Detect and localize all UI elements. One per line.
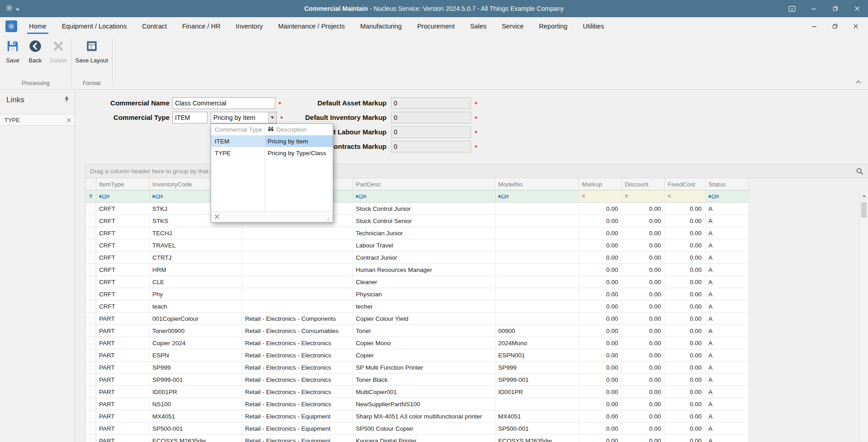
- table-row[interactable]: PARTMX4051Retail - Electronics - Equipme…: [85, 410, 749, 423]
- cell-itemtype[interactable]: CRFT: [96, 264, 150, 276]
- cell-itemtype[interactable]: CRFT: [96, 300, 150, 313]
- table-row[interactable]: PARTESPNRetail - Electronics - Electroni…: [85, 349, 749, 361]
- cell-markup[interactable]: 0.00: [579, 227, 622, 239]
- cell-fixedcost[interactable]: 0.00: [665, 423, 706, 435]
- cell-partdesc[interactable]: Toner Black: [353, 374, 495, 386]
- table-row[interactable]: PART001CopierColourRetail - Electronics …: [85, 313, 749, 325]
- cell-partdesc[interactable]: Copier Mono: [353, 337, 495, 349]
- tab-maintenance-projects[interactable]: Maintenance / Projects: [270, 17, 353, 35]
- dropdown-column-commercial-type[interactable]: Commercial Type: [211, 124, 264, 135]
- cell-partdesc[interactable]: SP500 Colour Copier: [353, 423, 495, 435]
- cell-inventorycode[interactable]: MX4051: [150, 410, 242, 423]
- collapse-ribbon-icon[interactable]: [854, 78, 863, 86]
- filter-cell-fixedcost[interactable]: =: [665, 190, 706, 203]
- table-row[interactable]: PARTToner00900Retail - Electronics - Con…: [85, 325, 749, 337]
- filter-cell-partdesc[interactable]: aBc: [353, 190, 495, 203]
- cell-inventorycode[interactable]: CTRTJ: [150, 252, 242, 264]
- cell-unnamed[interactable]: [242, 276, 353, 288]
- cell-fixedcost[interactable]: 0.00: [665, 374, 706, 386]
- tab-finance-hr[interactable]: Finance / HR: [175, 17, 228, 35]
- default-asset-markup-input[interactable]: [391, 97, 471, 109]
- minimize-button[interactable]: [803, 0, 825, 17]
- cell-itemtype[interactable]: PART: [96, 313, 150, 325]
- table-row[interactable]: CRFTCTRTJContract Junior0.000.000.00A: [85, 252, 749, 264]
- cell-modelno[interactable]: [495, 203, 579, 215]
- gear-icon[interactable]: [6, 5, 13, 13]
- cell-unnamed[interactable]: Retail - Electronics - Electronics: [242, 349, 353, 361]
- cell-partdesc[interactable]: Copier: [353, 349, 495, 361]
- cell-partdesc[interactable]: Kyocera Digital Printer: [353, 435, 495, 442]
- close-button[interactable]: [846, 0, 868, 17]
- cell-partdesc[interactable]: Physician: [353, 288, 495, 300]
- cell-discount[interactable]: 0.00: [622, 349, 665, 361]
- cell-status[interactable]: A: [706, 276, 749, 288]
- dropdown-column-description[interactable]: Description: [264, 124, 333, 135]
- cell-modelno[interactable]: 2024Mono: [495, 337, 579, 349]
- table-row[interactable]: PARTSP999-001Retail - Electronics - Elec…: [85, 374, 749, 386]
- cell-status[interactable]: A: [706, 423, 749, 435]
- cell-status[interactable]: A: [706, 410, 749, 423]
- cell-status[interactable]: A: [706, 435, 749, 442]
- cell-unnamed[interactable]: Retail - Electronics - Equipment: [242, 410, 353, 423]
- cell-fixedcost[interactable]: 0.00: [665, 410, 706, 423]
- cell-modelno[interactable]: SP500-001: [495, 423, 579, 435]
- cell-itemtype[interactable]: CRFT: [96, 203, 150, 215]
- cell-markup[interactable]: 0.00: [579, 398, 622, 410]
- cell-fixedcost[interactable]: 0.00: [665, 325, 706, 337]
- default-contracts-markup-input[interactable]: [391, 141, 471, 152]
- cell-status[interactable]: A: [706, 386, 749, 398]
- cell-status[interactable]: A: [706, 239, 749, 252]
- cell-markup[interactable]: 0.00: [579, 300, 622, 313]
- cell-discount[interactable]: 0.00: [622, 264, 665, 276]
- column-header-partdesc[interactable]: PartDesc: [353, 178, 495, 190]
- cell-discount[interactable]: 0.00: [622, 423, 665, 435]
- table-row[interactable]: CRFTPhyPhysician0.000.000.00A: [85, 288, 749, 300]
- app-button[interactable]: [5, 20, 17, 32]
- cell-modelno[interactable]: [495, 264, 579, 276]
- links-item-type[interactable]: TYPE: [0, 114, 75, 126]
- cell-inventorycode[interactable]: TRAVEL: [150, 239, 242, 252]
- close-icon[interactable]: [67, 117, 71, 124]
- table-row[interactable]: CRFTHRMHuman Resources Manager0.000.000.…: [85, 264, 749, 276]
- pin-icon[interactable]: [64, 96, 69, 104]
- table-row[interactable]: CRFTteachtecher0.000.000.00A: [85, 300, 749, 313]
- filter-cell-markup[interactable]: =: [579, 190, 622, 203]
- cell-itemtype[interactable]: CRFT: [96, 288, 150, 300]
- cell-partdesc[interactable]: Toner: [353, 325, 495, 337]
- cell-itemtype[interactable]: CRFT: [96, 252, 150, 264]
- cell-inventorycode[interactable]: SP500-001: [150, 423, 242, 435]
- cell-modelno[interactable]: [495, 398, 579, 410]
- tab-contract[interactable]: Contract: [134, 17, 175, 35]
- cell-partdesc[interactable]: MultiCopier001: [353, 386, 495, 398]
- cell-inventorycode[interactable]: HRM: [150, 264, 242, 276]
- cell-partdesc[interactable]: Labour Travel: [353, 239, 495, 252]
- table-row[interactable]: CRFTCLECleaner0.000.000.00A: [85, 276, 749, 288]
- cell-partdesc[interactable]: Copier Colour Yield: [353, 313, 495, 325]
- cell-itemtype[interactable]: PART: [96, 386, 150, 398]
- tab-sales[interactable]: Sales: [462, 17, 494, 35]
- cell-partdesc[interactable]: NewSupplierPartNS100: [353, 398, 495, 410]
- cell-fixedcost[interactable]: 0.00: [665, 386, 706, 398]
- cell-status[interactable]: A: [706, 349, 749, 361]
- cell-fixedcost[interactable]: 0.00: [665, 288, 706, 300]
- cell-modelno[interactable]: [495, 300, 579, 313]
- cell-discount[interactable]: 0.00: [622, 215, 665, 227]
- cell-status[interactable]: A: [706, 215, 749, 227]
- cell-itemtype[interactable]: PART: [96, 435, 150, 442]
- column-header-fixedcost[interactable]: FixedCost: [665, 178, 706, 190]
- scrollbar-thumb[interactable]: [861, 202, 867, 218]
- cell-itemtype[interactable]: CRFT: [96, 215, 150, 227]
- clear-selection-icon[interactable]: [215, 214, 219, 220]
- cell-modelno[interactable]: [495, 239, 579, 252]
- column-header-itemtype[interactable]: ItemType: [96, 178, 150, 190]
- cell-discount[interactable]: 0.00: [622, 398, 665, 410]
- cell-unnamed[interactable]: [242, 252, 353, 264]
- cell-fixedcost[interactable]: 0.00: [665, 337, 706, 349]
- cell-modelno[interactable]: 00900: [495, 325, 579, 337]
- table-row[interactable]: PARTECOSYS M2635dwRetail - Electronics -…: [85, 435, 749, 442]
- cell-partdesc[interactable]: Stock Control Senior: [353, 215, 495, 227]
- scroll-up-icon[interactable]: [860, 192, 868, 200]
- cell-status[interactable]: A: [706, 361, 749, 374]
- tab-home[interactable]: Home: [21, 17, 54, 35]
- cell-fixedcost[interactable]: 0.00: [665, 215, 706, 227]
